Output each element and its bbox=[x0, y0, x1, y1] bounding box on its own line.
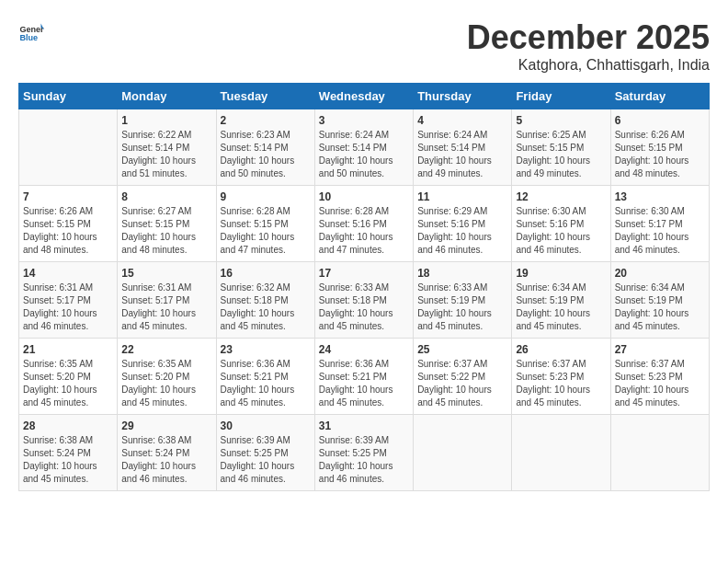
day-cell: 20Sunrise: 6:34 AM Sunset: 5:19 PM Dayli… bbox=[610, 262, 709, 339]
day-number: 25 bbox=[417, 343, 507, 356]
day-cell: 22Sunrise: 6:35 AM Sunset: 5:20 PM Dayli… bbox=[118, 339, 216, 415]
calendar-table: SundayMondayTuesdayWednesdayThursdayFrid… bbox=[18, 83, 710, 491]
day-number: 20 bbox=[615, 267, 705, 280]
day-number: 29 bbox=[121, 419, 211, 432]
month-title: December 2025 bbox=[467, 18, 710, 57]
day-cell: 17Sunrise: 6:33 AM Sunset: 5:18 PM Dayli… bbox=[314, 262, 413, 339]
day-cell: 8Sunrise: 6:27 AM Sunset: 5:15 PM Daylig… bbox=[118, 186, 216, 262]
day-info: Sunrise: 6:28 AM Sunset: 5:15 PM Dayligh… bbox=[221, 205, 311, 257]
week-row-1: 7Sunrise: 6:26 AM Sunset: 5:15 PM Daylig… bbox=[19, 186, 710, 262]
day-info: Sunrise: 6:35 AM Sunset: 5:20 PM Dayligh… bbox=[23, 358, 113, 409]
day-cell: 5Sunrise: 6:25 AM Sunset: 5:15 PM Daylig… bbox=[512, 109, 610, 186]
day-number: 31 bbox=[319, 419, 409, 432]
day-number: 27 bbox=[615, 343, 705, 356]
calendar-body: 1Sunrise: 6:22 AM Sunset: 5:14 PM Daylig… bbox=[19, 109, 710, 491]
day-cell: 4Sunrise: 6:24 AM Sunset: 5:14 PM Daylig… bbox=[414, 109, 512, 186]
day-number: 10 bbox=[319, 190, 409, 203]
week-row-0: 1Sunrise: 6:22 AM Sunset: 5:14 PM Daylig… bbox=[19, 109, 710, 186]
day-info: Sunrise: 6:37 AM Sunset: 5:23 PM Dayligh… bbox=[615, 358, 705, 409]
day-info: Sunrise: 6:22 AM Sunset: 5:14 PM Dayligh… bbox=[121, 129, 211, 180]
week-row-2: 14Sunrise: 6:31 AM Sunset: 5:17 PM Dayli… bbox=[19, 262, 710, 339]
header-cell-thursday: Thursday bbox=[414, 84, 512, 109]
day-cell: 15Sunrise: 6:31 AM Sunset: 5:17 PM Dayli… bbox=[118, 262, 216, 339]
day-cell: 10Sunrise: 6:28 AM Sunset: 5:16 PM Dayli… bbox=[314, 186, 413, 262]
day-info: Sunrise: 6:31 AM Sunset: 5:17 PM Dayligh… bbox=[23, 282, 113, 333]
day-cell bbox=[414, 415, 512, 491]
day-info: Sunrise: 6:29 AM Sunset: 5:16 PM Dayligh… bbox=[417, 205, 507, 257]
day-number: 2 bbox=[221, 114, 311, 127]
day-cell: 3Sunrise: 6:24 AM Sunset: 5:14 PM Daylig… bbox=[314, 109, 413, 186]
day-cell: 18Sunrise: 6:33 AM Sunset: 5:19 PM Dayli… bbox=[414, 262, 512, 339]
day-info: Sunrise: 6:38 AM Sunset: 5:24 PM Dayligh… bbox=[23, 434, 113, 486]
day-number: 30 bbox=[221, 419, 311, 432]
day-info: Sunrise: 6:37 AM Sunset: 5:22 PM Dayligh… bbox=[417, 358, 507, 409]
day-info: Sunrise: 6:36 AM Sunset: 5:21 PM Dayligh… bbox=[221, 358, 311, 409]
week-row-4: 28Sunrise: 6:38 AM Sunset: 5:24 PM Dayli… bbox=[19, 415, 710, 491]
day-info: Sunrise: 6:23 AM Sunset: 5:14 PM Dayligh… bbox=[221, 129, 311, 180]
day-cell: 21Sunrise: 6:35 AM Sunset: 5:20 PM Dayli… bbox=[19, 339, 118, 415]
svg-text:Blue: Blue bbox=[19, 33, 38, 42]
day-cell: 31Sunrise: 6:39 AM Sunset: 5:25 PM Dayli… bbox=[314, 415, 413, 491]
day-number: 17 bbox=[319, 267, 409, 280]
day-cell: 23Sunrise: 6:36 AM Sunset: 5:21 PM Dayli… bbox=[216, 339, 314, 415]
day-info: Sunrise: 6:37 AM Sunset: 5:23 PM Dayligh… bbox=[516, 358, 606, 409]
week-row-3: 21Sunrise: 6:35 AM Sunset: 5:20 PM Dayli… bbox=[19, 339, 710, 415]
day-info: Sunrise: 6:34 AM Sunset: 5:19 PM Dayligh… bbox=[615, 282, 705, 333]
day-number: 28 bbox=[23, 419, 113, 432]
day-cell: 27Sunrise: 6:37 AM Sunset: 5:23 PM Dayli… bbox=[610, 339, 709, 415]
day-number: 4 bbox=[417, 114, 507, 127]
day-info: Sunrise: 6:36 AM Sunset: 5:21 PM Dayligh… bbox=[319, 358, 409, 409]
day-number: 16 bbox=[221, 267, 311, 280]
day-cell: 6Sunrise: 6:26 AM Sunset: 5:15 PM Daylig… bbox=[610, 109, 709, 186]
day-cell: 30Sunrise: 6:39 AM Sunset: 5:25 PM Dayli… bbox=[216, 415, 314, 491]
day-number: 5 bbox=[516, 114, 606, 127]
day-cell: 13Sunrise: 6:30 AM Sunset: 5:17 PM Dayli… bbox=[610, 186, 709, 262]
day-info: Sunrise: 6:31 AM Sunset: 5:17 PM Dayligh… bbox=[121, 282, 211, 333]
day-cell: 11Sunrise: 6:29 AM Sunset: 5:16 PM Dayli… bbox=[414, 186, 512, 262]
day-info: Sunrise: 6:24 AM Sunset: 5:14 PM Dayligh… bbox=[417, 129, 507, 180]
day-info: Sunrise: 6:26 AM Sunset: 5:15 PM Dayligh… bbox=[615, 129, 705, 180]
logo-icon: General Blue bbox=[18, 18, 44, 44]
day-cell bbox=[610, 415, 709, 491]
day-number: 7 bbox=[23, 190, 113, 203]
day-info: Sunrise: 6:32 AM Sunset: 5:18 PM Dayligh… bbox=[221, 282, 311, 333]
day-info: Sunrise: 6:25 AM Sunset: 5:15 PM Dayligh… bbox=[516, 129, 606, 180]
day-cell bbox=[19, 109, 118, 186]
day-cell: 12Sunrise: 6:30 AM Sunset: 5:16 PM Dayli… bbox=[512, 186, 610, 262]
day-cell: 1Sunrise: 6:22 AM Sunset: 5:14 PM Daylig… bbox=[118, 109, 216, 186]
calendar-header: SundayMondayTuesdayWednesdayThursdayFrid… bbox=[19, 84, 710, 109]
day-number: 12 bbox=[516, 190, 606, 203]
day-number: 8 bbox=[121, 190, 211, 203]
day-cell: 28Sunrise: 6:38 AM Sunset: 5:24 PM Dayli… bbox=[19, 415, 118, 491]
day-cell: 16Sunrise: 6:32 AM Sunset: 5:18 PM Dayli… bbox=[216, 262, 314, 339]
day-number: 1 bbox=[121, 114, 211, 127]
day-cell: 9Sunrise: 6:28 AM Sunset: 5:15 PM Daylig… bbox=[216, 186, 314, 262]
logo: General Blue bbox=[18, 18, 44, 44]
day-info: Sunrise: 6:26 AM Sunset: 5:15 PM Dayligh… bbox=[23, 205, 113, 257]
day-info: Sunrise: 6:28 AM Sunset: 5:16 PM Dayligh… bbox=[319, 205, 409, 257]
header-row: SundayMondayTuesdayWednesdayThursdayFrid… bbox=[19, 84, 710, 109]
day-info: Sunrise: 6:34 AM Sunset: 5:19 PM Dayligh… bbox=[516, 282, 606, 333]
day-number: 9 bbox=[221, 190, 311, 203]
day-info: Sunrise: 6:39 AM Sunset: 5:25 PM Dayligh… bbox=[221, 434, 311, 486]
day-cell bbox=[512, 415, 610, 491]
day-number: 14 bbox=[23, 267, 113, 280]
header-cell-saturday: Saturday bbox=[610, 84, 709, 109]
day-number: 24 bbox=[319, 343, 409, 356]
day-cell: 24Sunrise: 6:36 AM Sunset: 5:21 PM Dayli… bbox=[314, 339, 413, 415]
header-cell-sunday: Sunday bbox=[19, 84, 118, 109]
day-info: Sunrise: 6:38 AM Sunset: 5:24 PM Dayligh… bbox=[121, 434, 211, 486]
day-number: 13 bbox=[615, 190, 705, 203]
header-cell-monday: Monday bbox=[118, 84, 216, 109]
day-info: Sunrise: 6:39 AM Sunset: 5:25 PM Dayligh… bbox=[319, 434, 409, 486]
day-number: 26 bbox=[516, 343, 606, 356]
day-cell: 25Sunrise: 6:37 AM Sunset: 5:22 PM Dayli… bbox=[414, 339, 512, 415]
day-number: 22 bbox=[121, 343, 211, 356]
day-cell: 19Sunrise: 6:34 AM Sunset: 5:19 PM Dayli… bbox=[512, 262, 610, 339]
day-cell: 14Sunrise: 6:31 AM Sunset: 5:17 PM Dayli… bbox=[19, 262, 118, 339]
title-area: December 2025 Katghora, Chhattisgarh, In… bbox=[467, 18, 710, 74]
day-info: Sunrise: 6:30 AM Sunset: 5:16 PM Dayligh… bbox=[516, 205, 606, 257]
header-cell-wednesday: Wednesday bbox=[314, 84, 413, 109]
header: General Blue December 2025 Katghora, Chh… bbox=[18, 18, 710, 74]
day-info: Sunrise: 6:30 AM Sunset: 5:17 PM Dayligh… bbox=[615, 205, 705, 257]
